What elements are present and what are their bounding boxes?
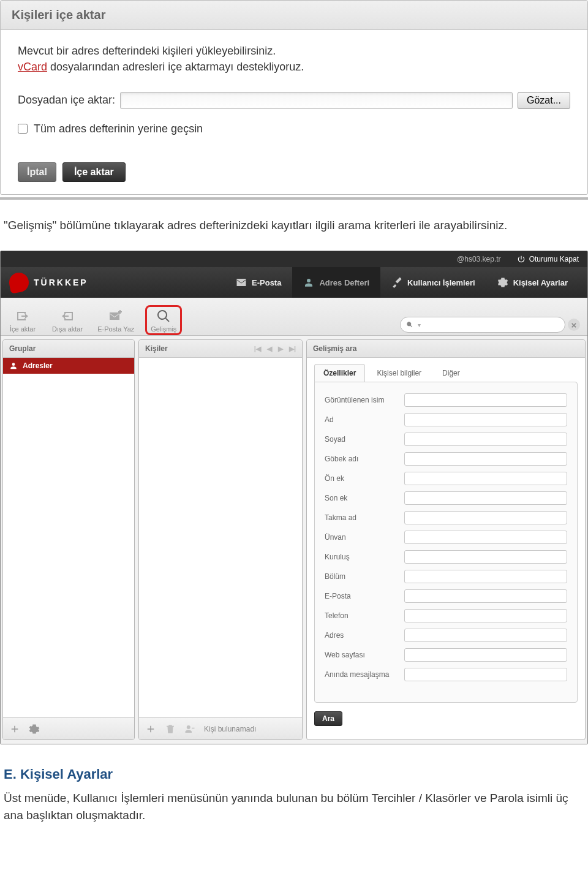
toolbar-compose-label: E-Posta Yaz (97, 325, 134, 333)
toolbar-export[interactable]: Dışa aktar (52, 309, 83, 333)
field-phone-input[interactable] (404, 609, 567, 622)
field-row: Web sayfası (325, 648, 567, 662)
field-label: Telefon (325, 611, 404, 620)
clear-search-button[interactable]: × (568, 319, 580, 331)
replace-checkbox[interactable] (18, 124, 28, 134)
nav-userops-label: Kullanıcı İşlemleri (407, 278, 475, 287)
vcard-link[interactable]: vCard (18, 61, 47, 73)
field-website-input[interactable] (404, 648, 567, 662)
field-im-input[interactable] (404, 668, 567, 681)
field-row: Soyad (325, 433, 567, 446)
field-row: Son ek (325, 491, 567, 505)
search-form: Görüntülenen isim Ad Soyad Göbek adı Ön … (314, 382, 578, 703)
field-middlename-input[interactable] (404, 452, 567, 466)
field-address-input[interactable] (404, 629, 567, 642)
nav-mail[interactable]: E-Posta (225, 267, 292, 298)
field-lastname-input[interactable] (404, 433, 567, 446)
field-nickname-input[interactable] (404, 511, 567, 524)
field-email-input[interactable] (404, 589, 567, 603)
main-nav: TÜRKKEP E-Posta Adres Defteri Kullanıcı … (1, 267, 587, 298)
contact-icon (9, 361, 18, 370)
browse-button[interactable]: Gözat... (518, 92, 570, 109)
pager-prev[interactable]: ◀ (267, 345, 272, 353)
magnifier-icon (405, 320, 414, 329)
contacts-footer: Kişi bulunamadı (139, 717, 302, 739)
field-label: Ön ek (325, 474, 404, 483)
file-path-field[interactable] (120, 92, 513, 109)
pager-first[interactable]: |◀ (254, 345, 261, 353)
field-suffix-input[interactable] (404, 491, 567, 505)
contacts-pager: |◀ ◀ ▶ ▶| (254, 345, 296, 353)
logo[interactable]: TÜRKKEP (9, 273, 132, 292)
trash-icon (165, 724, 176, 735)
person-minus-icon (184, 724, 195, 735)
field-title-input[interactable] (404, 531, 567, 544)
add-group-button[interactable] (9, 724, 20, 735)
toolbar-import-label: İçe aktar (10, 325, 36, 333)
field-prefix-input[interactable] (404, 472, 567, 485)
person-icon (303, 277, 314, 288)
field-label: Son ek (325, 494, 404, 502)
group-settings-button[interactable] (29, 724, 40, 735)
top-userbar: @hs03.kep.tr Oturumu Kapat (1, 251, 587, 267)
toolbar-compose[interactable]: E-Posta Yaz (97, 309, 134, 333)
field-department-input[interactable] (404, 570, 567, 583)
replace-checkbox-row[interactable]: Tüm adres defterinin yerine geçsin (18, 123, 570, 135)
nav-addressbook[interactable]: Adres Defteri (292, 267, 380, 298)
import-button[interactable]: İçe aktar (62, 162, 126, 182)
remove-from-group-button[interactable] (184, 724, 195, 735)
group-item-label: Adresler (23, 361, 53, 370)
contacts-panel: Kişiler |◀ ◀ ▶ ▶| Kişi bul (138, 339, 303, 740)
tab-personal[interactable]: Kişisel bilgiler (368, 364, 431, 382)
add-contact-button[interactable] (145, 724, 156, 735)
field-row: E-Posta (325, 589, 567, 603)
toolbar-advanced[interactable]: Gelişmiş (149, 309, 178, 333)
search-input[interactable]: ▾ (400, 317, 565, 333)
cancel-button[interactable]: İptal (18, 162, 56, 182)
delete-contact-button[interactable] (165, 724, 176, 735)
replace-checkbox-label: Tüm adres defterinin yerine geçsin (34, 123, 203, 135)
advanced-search-panel: Gelişmiş ara Özellikler Kişisel bilgiler… (306, 339, 586, 740)
field-row: Anında mesajlaşma (325, 668, 567, 681)
current-user: @hs03.kep.tr (457, 255, 501, 263)
power-icon (517, 255, 526, 263)
field-row: Bölüm (325, 570, 567, 583)
logo-text: TÜRKKEP (34, 278, 88, 287)
contacts-header-label: Kişiler (145, 344, 168, 353)
nav-userops[interactable]: Kullanıcı İşlemleri (380, 267, 486, 298)
nav-settings[interactable]: Kişisel Ayarlar (486, 267, 579, 298)
field-row: Takma ad (325, 511, 567, 524)
field-row: Görüntülenen isim (325, 393, 567, 407)
toolbar-export-label: Dışa aktar (52, 325, 83, 333)
field-organization-input[interactable] (404, 550, 567, 564)
dialog-desc-line1: Mevcut bir adres defterindeki kişileri y… (18, 43, 570, 58)
field-row: Telefon (325, 609, 567, 622)
groups-header: Gruplar (3, 340, 134, 358)
pager-last[interactable]: ▶| (289, 345, 296, 353)
plus-icon (9, 724, 20, 735)
close-icon: × (571, 320, 577, 330)
field-firstname-input[interactable] (404, 413, 567, 426)
tab-properties[interactable]: Özellikler (314, 364, 365, 382)
field-label: Göbek adı (325, 455, 404, 463)
advanced-search-header: Gelişmiş ara (307, 340, 585, 358)
toolbar: İçe aktar Dışa aktar E-Posta Yaz Gelişmi… (1, 298, 587, 336)
wrench-icon (391, 277, 402, 288)
group-item-addresses[interactable]: Adresler (3, 358, 134, 374)
field-row: Göbek adı (325, 452, 567, 466)
field-label: Görüntülenen isim (325, 396, 404, 404)
field-row: Ön ek (325, 472, 567, 485)
nav-mail-label: E-Posta (252, 278, 281, 287)
three-column-body: Gruplar Adresler Kişiler |◀ ◀ (1, 336, 587, 744)
search-button[interactable]: Ara (314, 711, 342, 726)
field-label: E-Posta (325, 592, 404, 600)
field-displayname-input[interactable] (404, 393, 567, 407)
toolbar-import[interactable]: İçe aktar (8, 309, 37, 333)
export-icon (60, 309, 75, 323)
tab-other[interactable]: Diğer (433, 364, 469, 382)
divider (0, 197, 588, 200)
pager-next[interactable]: ▶ (278, 345, 283, 353)
logout-label: Oturumu Kapat (529, 255, 579, 263)
compose-icon (108, 309, 123, 323)
logout-link[interactable]: Oturumu Kapat (517, 255, 579, 263)
